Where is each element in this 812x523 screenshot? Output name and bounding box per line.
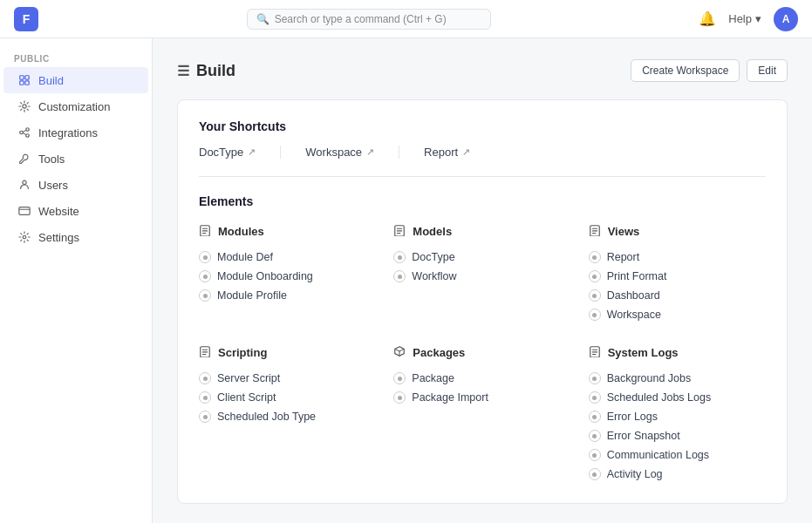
list-item-dot xyxy=(589,449,601,461)
list-item-dot xyxy=(589,391,601,404)
sidebar: PUBLIC Build Customization Integrations … xyxy=(0,38,153,523)
list-item[interactable]: Workspace xyxy=(589,305,766,324)
shortcut-doctype-label: DocType xyxy=(199,146,243,159)
search-bar[interactable]: 🔍 Search or type a command (Ctrl + G) xyxy=(247,9,491,30)
sidebar-item-tools-label: Tools xyxy=(38,153,65,166)
list-item-label: Module Onboarding xyxy=(217,270,313,282)
list-item-dot xyxy=(589,251,601,263)
list-item-dot xyxy=(199,411,211,423)
list-item-label: DocType xyxy=(412,251,454,263)
app-icon[interactable]: F xyxy=(14,7,38,31)
system_logs-group-title: System Logs xyxy=(608,346,679,359)
sidebar-item-integrations-label: Integrations xyxy=(38,126,98,139)
list-item-label: Print Format xyxy=(607,270,667,282)
help-chevron-icon: ▾ xyxy=(755,12,761,25)
svg-rect-3 xyxy=(25,81,29,85)
users-icon xyxy=(17,178,31,192)
website-icon xyxy=(17,204,31,218)
element-group-system_logs: System LogsBackground JobsScheduled Jobs… xyxy=(589,345,766,484)
list-item[interactable]: Activity Log xyxy=(589,465,766,484)
svg-rect-2 xyxy=(20,81,24,85)
shortcut-workspace[interactable]: Workspace ↗ xyxy=(305,146,399,159)
sidebar-item-website[interactable]: Website xyxy=(3,198,148,224)
list-item[interactable]: Package xyxy=(393,369,570,388)
packages-group-icon xyxy=(393,345,406,360)
views-group-icon xyxy=(589,224,601,239)
list-item[interactable]: Report xyxy=(589,248,766,267)
list-item[interactable]: DocType xyxy=(393,248,570,267)
list-item[interactable]: Scheduled Job Type xyxy=(199,407,376,426)
list-item-label: Dashboard xyxy=(607,289,660,302)
scripting-group-icon xyxy=(199,345,211,360)
hamburger-icon[interactable]: ☰ xyxy=(177,63,189,79)
list-item-label: Scheduled Jobs Logs xyxy=(607,391,712,404)
modules-group-title: Modules xyxy=(218,225,264,238)
avatar[interactable]: A xyxy=(774,7,798,31)
shortcut-doctype-arrow: ↗ xyxy=(248,146,256,158)
svg-point-5 xyxy=(20,131,24,134)
main-content: ☰ Build Create Workspace Edit Your Short… xyxy=(153,38,812,523)
customization-icon xyxy=(17,99,31,113)
sidebar-item-build[interactable]: Build xyxy=(3,67,148,93)
search-icon: 🔍 xyxy=(256,13,270,25)
settings-icon xyxy=(17,230,31,244)
models-group-icon xyxy=(393,224,406,239)
help-label: Help xyxy=(728,12,752,25)
sidebar-item-settings[interactable]: Settings xyxy=(3,224,148,250)
element-group-header-system_logs: System Logs xyxy=(589,345,766,360)
shortcut-report[interactable]: Report ↗ xyxy=(424,146,495,159)
topnav-right: 🔔 Help ▾ A xyxy=(699,7,798,31)
list-item[interactable]: Background Jobs xyxy=(589,369,766,388)
list-item-dot xyxy=(589,430,601,442)
list-item[interactable]: Scheduled Jobs Logs xyxy=(589,388,766,407)
element-group-header-packages: Packages xyxy=(393,345,570,360)
svg-rect-1 xyxy=(25,76,29,79)
help-menu[interactable]: Help ▾ xyxy=(728,12,761,25)
shortcuts-row: DocType ↗ Workspace ↗ Report ↗ xyxy=(199,146,766,159)
list-item-dot xyxy=(589,468,601,480)
list-item[interactable]: Client Script xyxy=(199,388,376,407)
list-item[interactable]: Dashboard xyxy=(589,286,766,305)
list-item-dot xyxy=(589,289,601,302)
list-item[interactable]: Package Import xyxy=(393,388,570,407)
shortcut-doctype[interactable]: DocType ↗ xyxy=(199,146,281,159)
list-item-dot xyxy=(199,391,211,404)
list-item-dot xyxy=(199,289,211,302)
list-item[interactable]: Workflow xyxy=(393,267,570,286)
element-group-packages: PackagesPackagePackage Import xyxy=(393,345,570,484)
packages-list: PackagePackage Import xyxy=(393,369,570,407)
sidebar-item-tools[interactable]: Tools xyxy=(3,146,148,172)
list-item[interactable]: Error Logs xyxy=(589,407,766,426)
list-item[interactable]: Error Snapshot xyxy=(589,426,766,445)
list-item-dot xyxy=(393,251,406,263)
create-workspace-button[interactable]: Create Workspace xyxy=(631,59,740,82)
list-item-dot xyxy=(589,411,601,423)
svg-rect-0 xyxy=(20,76,24,79)
list-item-label: Workflow xyxy=(412,270,456,282)
section-divider xyxy=(199,176,766,177)
edit-button[interactable]: Edit xyxy=(747,59,788,82)
shortcut-workspace-label: Workspace xyxy=(305,146,362,159)
layout: PUBLIC Build Customization Integrations … xyxy=(0,38,812,523)
page-title: Build xyxy=(196,62,235,80)
header-buttons: Create Workspace Edit xyxy=(631,59,788,82)
list-item-label: Activity Log xyxy=(607,468,663,480)
tools-icon xyxy=(17,152,31,166)
models-group-title: Models xyxy=(413,225,452,238)
sidebar-item-customization[interactable]: Customization xyxy=(3,93,148,119)
bell-icon[interactable]: 🔔 xyxy=(699,10,716,27)
search-placeholder: Search or type a command (Ctrl + G) xyxy=(275,13,447,25)
modules-list: Module DefModule OnboardingModule Profil… xyxy=(199,248,376,305)
modules-group-icon xyxy=(199,224,211,239)
list-item[interactable]: Communication Logs xyxy=(589,445,766,465)
sidebar-item-integrations[interactable]: Integrations xyxy=(3,119,148,146)
list-item[interactable]: Print Format xyxy=(589,267,766,286)
element-group-modules: ModulesModule DefModule OnboardingModule… xyxy=(199,224,376,324)
list-item-label: Communication Logs xyxy=(607,449,709,461)
list-item[interactable]: Module Onboarding xyxy=(199,267,376,286)
sidebar-item-users[interactable]: Users xyxy=(3,172,148,198)
list-item[interactable]: Module Def xyxy=(199,248,376,267)
packages-group-title: Packages xyxy=(413,346,465,359)
list-item[interactable]: Module Profile xyxy=(199,286,376,305)
list-item[interactable]: Server Script xyxy=(199,369,376,388)
